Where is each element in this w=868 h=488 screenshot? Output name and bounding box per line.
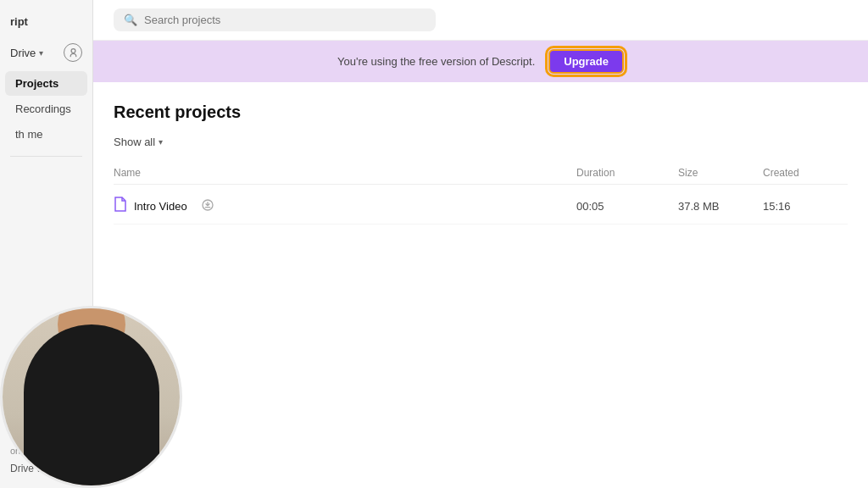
sidebar-item-shared[interactable]: th me xyxy=(5,122,87,147)
banner-message: You're using the free version of Descrip… xyxy=(337,55,535,68)
drive-label: Drive xyxy=(10,47,36,59)
main-content: 🔍 You're using the free version of Descr… xyxy=(93,0,868,488)
user-icon[interactable] xyxy=(64,43,82,62)
search-input[interactable] xyxy=(144,14,426,26)
person-figure xyxy=(3,308,180,485)
sidebar-nav: Projects Recordings th me xyxy=(0,70,92,147)
created-cell: 15:16 xyxy=(763,200,848,213)
search-bar-area: 🔍 xyxy=(93,0,868,41)
upgrade-banner: You're using the free version of Descrip… xyxy=(93,41,868,82)
show-all-label: Show all xyxy=(114,136,155,148)
section-title: Recent projects xyxy=(114,103,848,122)
show-all-chevron-icon: ▾ xyxy=(159,137,163,147)
search-icon: 🔍 xyxy=(124,14,137,26)
avatar xyxy=(0,306,182,488)
file-icon xyxy=(114,197,127,215)
table-header: Name Duration Size Created xyxy=(114,162,848,185)
column-size: Size xyxy=(678,167,763,179)
file-name: Intro Video xyxy=(134,200,187,213)
content-area: Recent projects Show all ▾ Name Duration… xyxy=(93,82,868,488)
show-all-button[interactable]: Show all ▾ xyxy=(114,136,163,148)
sidebar-item-recordings[interactable]: Recordings xyxy=(5,97,87,121)
sidebar-item-projects[interactable]: Projects xyxy=(5,71,87,96)
duration-cell: 00:05 xyxy=(576,200,678,213)
table-row[interactable]: Intro Video 00:05 37.8 MB 15:16 xyxy=(114,188,848,225)
drive-menu[interactable]: Drive ▾ xyxy=(0,38,92,67)
size-cell: 37.8 MB xyxy=(678,200,763,213)
sidebar-divider xyxy=(10,156,82,157)
column-name: Name xyxy=(114,167,576,179)
search-bar: 🔍 xyxy=(114,8,436,31)
download-icon[interactable] xyxy=(201,198,214,214)
app-name: ript xyxy=(0,8,92,38)
column-duration: Duration xyxy=(576,167,678,179)
drive-chevron-icon: ▾ xyxy=(39,48,43,58)
person-body xyxy=(24,324,159,485)
upgrade-button[interactable]: Upgrade xyxy=(548,49,624,74)
file-cell: Intro Video xyxy=(114,197,576,215)
column-created: Created xyxy=(763,167,848,179)
